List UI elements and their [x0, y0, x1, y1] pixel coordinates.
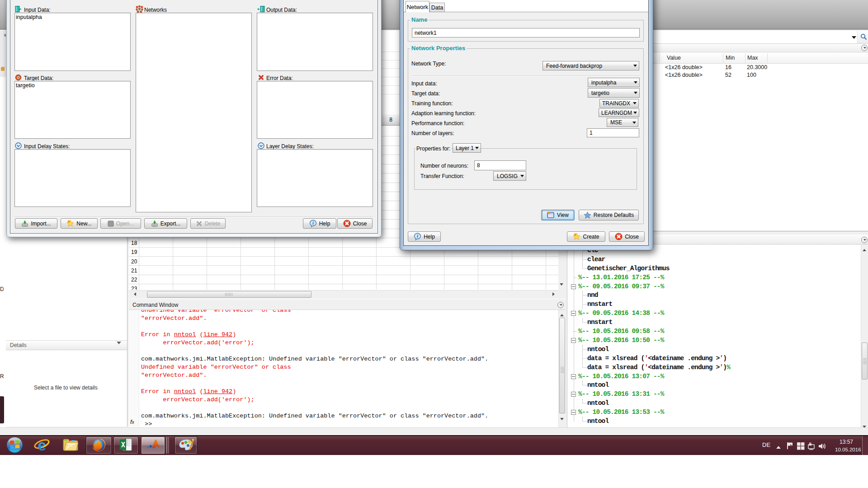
svg-text:e: e [38, 437, 47, 453]
svg-text:i: i [417, 234, 418, 239]
svg-text:i: i [312, 221, 314, 225]
